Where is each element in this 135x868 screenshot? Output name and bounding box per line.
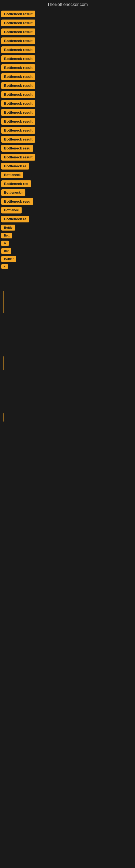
- bottleneck-badge: Bottleneck result: [1, 127, 35, 134]
- vertical-bar-3: [3, 413, 3, 422]
- list-item: Bottleneck result: [1, 82, 134, 89]
- bottleneck-badge: Bottleneck result: [1, 55, 35, 62]
- bottleneck-badge: Bottleneck resu: [1, 198, 33, 205]
- spacer-1: [0, 272, 135, 289]
- list-item: Bot: [1, 248, 134, 254]
- list-item: Bottle: [1, 225, 134, 230]
- list-item: Bottleneck result: [1, 109, 134, 116]
- bottleneck-badge: Bottleneck re: [1, 216, 29, 222]
- list-item: Bottleneck: [1, 172, 134, 178]
- list-item: Bottleneck result: [1, 91, 134, 98]
- bottleneck-badge: Bottleneck result: [1, 64, 35, 71]
- vertical-bar-2: [3, 356, 3, 370]
- list-item: Bottlenec: [1, 207, 134, 214]
- bottleneck-badge: Bottleneck result: [1, 10, 35, 18]
- bottleneck-badge: Bottleneck result: [1, 46, 35, 53]
- bottleneck-badge: Bottleneck result: [1, 73, 35, 80]
- bottleneck-badge: Bottleneck result: [1, 37, 35, 44]
- list-item: Bottleneck r: [1, 189, 134, 196]
- bottleneck-badge: Bottleneck: [1, 172, 23, 178]
- list-item: Bottleneck result: [1, 100, 134, 107]
- vertical-bar-1: [3, 291, 3, 313]
- bottleneck-badge: Bottlenec: [1, 207, 21, 214]
- bottleneck-badge: Bottleneck resu: [1, 145, 33, 152]
- list-item: Bottleneck result: [1, 118, 134, 125]
- bottleneck-badge: Bottleneck result: [1, 136, 35, 143]
- list-item: Bottleneck re: [1, 163, 134, 169]
- bottleneck-badge: Bottleneck result: [1, 154, 35, 161]
- bottleneck-badge: Bottleneck result: [1, 109, 35, 116]
- list-item: Bottleneck resu: [1, 198, 134, 205]
- bottleneck-badge: Bottleneck result: [1, 100, 35, 107]
- list-item: Bottler: [1, 256, 134, 262]
- list-item: Bottleneck re: [1, 216, 134, 222]
- bottleneck-badge: Bottleneck result: [1, 20, 35, 26]
- bottleneck-badge: Bottleneck result: [1, 29, 35, 35]
- site-title: TheBottlenecker.com: [0, 0, 135, 9]
- bottleneck-badge: Bottleneck res: [1, 180, 31, 187]
- bottleneck-badge: Bottleneck result: [1, 82, 35, 89]
- bottleneck-badge: Bottler: [1, 256, 16, 262]
- list-item: B: [1, 241, 134, 246]
- bottleneck-badge: B: [1, 241, 9, 246]
- list-item: Bottleneck result: [1, 10, 134, 18]
- list-item: Bottleneck result: [1, 127, 134, 134]
- list-item: Bottleneck resu: [1, 145, 134, 152]
- list-item: Bottleneck result: [1, 73, 134, 80]
- list-item: Bottleneck res: [1, 180, 134, 187]
- list-item: B: [1, 264, 134, 269]
- bottleneck-badge: Bottleneck result: [1, 118, 35, 125]
- bottleneck-badge: Bott: [1, 233, 12, 239]
- list-item: Bottleneck result: [1, 20, 134, 26]
- bottleneck-badge: Bottle: [1, 225, 15, 230]
- bottleneck-badge: B: [1, 264, 8, 269]
- list-item: Bottleneck result: [1, 64, 134, 71]
- list-item: Bottleneck result: [1, 154, 134, 161]
- list-item: Bottleneck result: [1, 55, 134, 62]
- bottleneck-list: Bottleneck resultBottleneck resultBottle…: [0, 9, 135, 272]
- list-item: Bottleneck result: [1, 29, 134, 35]
- list-item: Bottleneck result: [1, 37, 134, 44]
- list-item: Bottleneck result: [1, 136, 134, 143]
- list-item: Bottleneck result: [1, 46, 134, 53]
- list-item: Bott: [1, 233, 134, 239]
- bottleneck-badge: Bottleneck r: [1, 189, 26, 196]
- bottleneck-badge: Bot: [1, 248, 11, 254]
- bottleneck-badge: Bottleneck result: [1, 91, 35, 98]
- bottleneck-badge: Bottleneck re: [1, 163, 29, 169]
